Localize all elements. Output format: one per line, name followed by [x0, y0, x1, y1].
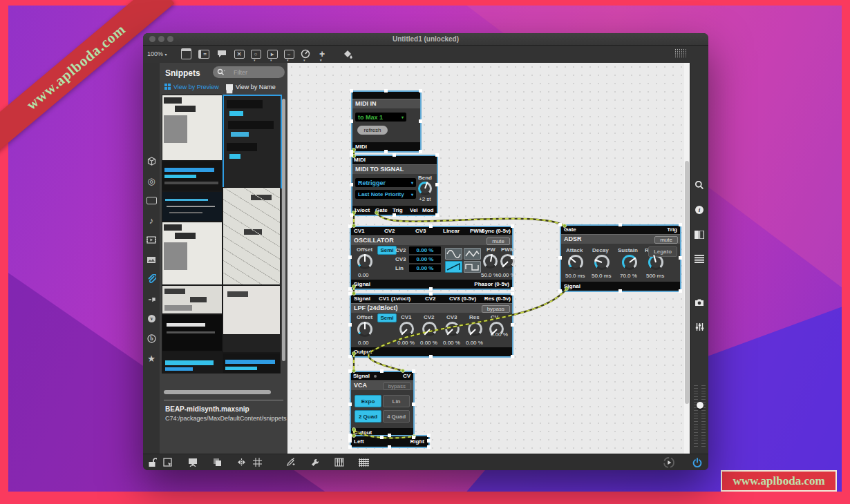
triangle-wave-button[interactable]: [464, 248, 481, 260]
inspector-info-icon[interactable]: i: [690, 202, 708, 218]
semi-button[interactable]: Semi: [377, 246, 397, 255]
snippets-horizontal-scrollbar[interactable]: [164, 390, 271, 394]
audio-note-icon[interactable]: ♪: [143, 213, 160, 228]
sine-wave-button[interactable]: [445, 248, 462, 260]
sidebar-columns-icon[interactable]: [690, 226, 708, 243]
view-by-preview-tab[interactable]: View by Preview: [173, 82, 219, 92]
lpf-cv1-knob[interactable]: [399, 322, 414, 336]
keypad-icon[interactable]: [357, 456, 370, 468]
grid-icon[interactable]: [251, 456, 263, 468]
package-icon[interactable]: [143, 153, 160, 168]
lpf-res-knob[interactable]: [468, 322, 482, 336]
lin-field[interactable]: 0.00 %: [409, 264, 441, 272]
snippet-thumbnail-selected[interactable]: [223, 95, 282, 188]
mute-button[interactable]: mute: [654, 236, 678, 244]
wrench-tools-icon[interactable]: [309, 456, 321, 468]
search-icon[interactable]: [690, 177, 708, 193]
rounded-panel-icon[interactable]: –▾: [283, 48, 294, 59]
sustain-knob[interactable]: [622, 255, 637, 270]
module-vca[interactable]: Signal CV VCA bypass Expo Lin 2 Quad 4 Q…: [350, 371, 415, 438]
beap-icon[interactable]: b: [143, 331, 160, 346]
mirror-align-icon[interactable]: [235, 456, 247, 468]
snippet-thumbnail[interactable]: [162, 351, 223, 374]
attack-knob[interactable]: [568, 255, 583, 270]
module-lpf[interactable]: Signal CV1 (1v/oct) CV2 CV3 (0-5v) Res (…: [350, 293, 513, 358]
semi-button[interactable]: Semi: [377, 313, 397, 322]
gain-fader[interactable]: [694, 385, 706, 449]
snippet-thumbnail[interactable]: [162, 285, 223, 314]
comment-icon[interactable]: [216, 48, 227, 59]
snippet-thumbnail[interactable]: [162, 161, 223, 191]
snippet-thumbnail[interactable]: [162, 222, 223, 285]
lpf-offset-knob[interactable]: [357, 322, 372, 337]
console-list-icon[interactable]: [690, 251, 708, 267]
object-box-icon[interactable]: [180, 48, 191, 59]
pencil-new-icon[interactable]: [284, 456, 296, 468]
snippets-paperclip-icon[interactable]: [143, 271, 160, 287]
lpf-cv2-knob[interactable]: [422, 322, 437, 336]
module-oscillator[interactable]: CV1 CV2 CV3 Linear PWM Sync (0-5v) OSCIL…: [350, 226, 513, 290]
message-box-icon[interactable]: =: [198, 48, 209, 59]
bend-knob[interactable]: [418, 182, 432, 195]
bypass-button[interactable]: bypass: [482, 305, 510, 313]
target-icon[interactable]: ◎: [143, 173, 160, 188]
refresh-button[interactable]: refresh: [357, 126, 388, 135]
gain-fader-knob[interactable]: [697, 402, 703, 409]
module-adsr[interactable]: Gate Trig ADSR mute Attack 50.0 ms Decay…: [560, 224, 681, 292]
playbar-icon[interactable]: ▸▾: [267, 48, 278, 59]
toggle-icon[interactable]: ✕: [234, 48, 245, 59]
mute-button[interactable]: mute: [487, 238, 510, 245]
four-quad-button[interactable]: 4 Quad: [383, 410, 410, 423]
presentation-icon[interactable]: [187, 456, 199, 468]
pw-knob[interactable]: [483, 254, 498, 269]
square-wave-button[interactable]: [464, 261, 481, 273]
run-play-icon[interactable]: [663, 456, 675, 468]
snippet-thumbnail[interactable]: [162, 314, 223, 351]
mixer-sliders-icon[interactable]: [690, 318, 708, 335]
snapshot-camera-icon[interactable]: [690, 294, 708, 311]
module-midi-to-signal[interactable]: MIDI MIDI TO SIGNAL Retrigger▾ Last Note…: [351, 155, 438, 216]
paint-bucket-icon[interactable]: [342, 48, 353, 59]
module-stereo-out[interactable]: Left Right: [350, 435, 430, 448]
add-object-icon[interactable]: +▾: [317, 48, 328, 59]
favorites-star-icon[interactable]: ★: [143, 351, 160, 366]
lock-open-icon[interactable]: [146, 456, 158, 468]
snippets-vertical-scrollbar[interactable]: [282, 99, 285, 361]
piano-keys-icon[interactable]: [333, 456, 346, 468]
snippet-thumbnail[interactable]: [162, 95, 223, 161]
expo-button[interactable]: Expo: [355, 395, 381, 407]
lpf-cv3-knob[interactable]: [445, 322, 460, 336]
canvas-scrollbar-thumb[interactable]: [685, 161, 689, 404]
module-midi-in[interactable]: MIDI IN to Max 1▾ refresh MIDI: [351, 90, 422, 153]
titlebar[interactable]: Untitled1 (unlocked): [143, 33, 708, 46]
snippet-thumbnail[interactable]: [162, 191, 223, 222]
midi-device-dropdown[interactable]: to Max 1▾: [355, 113, 406, 122]
pwm-knob[interactable]: [500, 254, 515, 269]
patching-grid-icon[interactable]: [674, 48, 686, 58]
power-icon[interactable]: [691, 456, 703, 468]
priority-dropdown[interactable]: Last Note Priority▾: [355, 190, 416, 199]
zoom-level-control[interactable]: 100% ▾: [147, 49, 167, 59]
release-knob[interactable]: [648, 255, 663, 270]
lin-button[interactable]: Lin: [383, 395, 410, 407]
vizzie-icon[interactable]: v: [143, 311, 160, 326]
saw-wave-button[interactable]: [445, 261, 462, 273]
select-region-icon[interactable]: [162, 456, 174, 468]
cv2-field[interactable]: 0.00 %: [409, 246, 441, 254]
snippet-thumbnail[interactable]: [223, 353, 281, 374]
dial-icon[interactable]: ▾: [300, 48, 311, 59]
two-quad-button[interactable]: 2 Quad: [355, 410, 381, 423]
cv3-field[interactable]: 0.00 %: [409, 255, 441, 263]
image-icon[interactable]: [143, 252, 160, 267]
filter-input[interactable]: [232, 67, 283, 78]
window-frame-icon[interactable]: [143, 193, 160, 208]
view-by-name-tab[interactable]: View by Name: [236, 82, 276, 92]
plug-icon[interactable]: [143, 291, 160, 307]
bypass-button[interactable]: bypass: [383, 382, 411, 390]
video-icon[interactable]: [143, 232, 160, 247]
snippet-thumbnail[interactable]: [223, 285, 281, 353]
offset-knob[interactable]: [357, 254, 372, 269]
snippets-filter-box[interactable]: [213, 66, 285, 78]
number-box-icon[interactable]: ○▾: [250, 48, 261, 59]
bring-front-icon[interactable]: [211, 456, 223, 468]
